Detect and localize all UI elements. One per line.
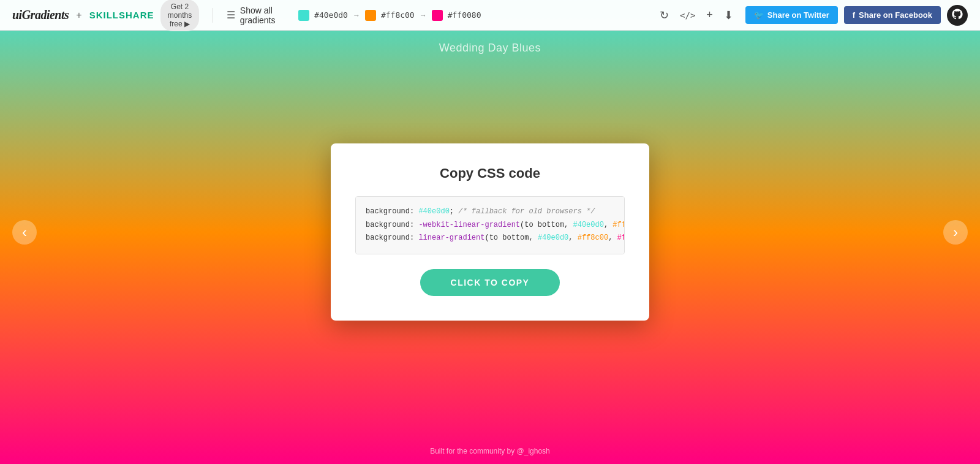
modal-title: Copy CSS code [355,165,625,181]
code-line-3: background: linear-gradient(to bottom, #… [366,232,614,245]
click-to-copy-button[interactable]: CLICK TO COPY [420,269,560,296]
modal-overlay: Copy CSS code background: #40e0d0; /* fa… [0,0,980,464]
code-line-1: background: #40e0d0; /* fallback for old… [366,205,614,219]
css-copy-modal: Copy CSS code background: #40e0d0; /* fa… [331,143,649,321]
css-code-block: background: #40e0d0; /* fallback for old… [355,196,625,254]
code-line-2: background: -webkit-linear-gradient(to b… [366,219,614,232]
